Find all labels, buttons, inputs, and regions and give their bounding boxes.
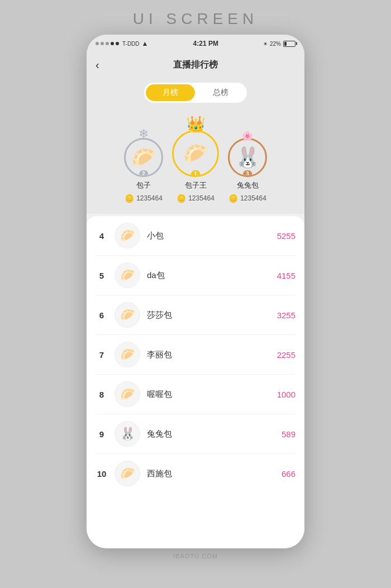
phone-frame: T-DDD ▲ 4:21 PM ✴ 22% ‹ 直播排行榜 月榜 总榜 ❄ xyxy=(87,35,304,548)
list-rank-6: 6 xyxy=(96,310,108,320)
podium-rank2-score: 🪙 1235464 xyxy=(125,194,163,203)
list-rank-9: 9 xyxy=(96,429,108,439)
podium-rank2-avatar-wrap: ❄ 🥟 2 xyxy=(124,127,163,177)
podium-rank2-name: 包子 xyxy=(136,180,151,190)
battery-icon xyxy=(283,41,295,47)
status-right: ✴ 22% xyxy=(263,41,295,47)
list-name-6: 莎莎包 xyxy=(147,310,270,321)
tab-total[interactable]: 总榜 xyxy=(196,84,245,101)
list-rank-7: 7 xyxy=(96,350,108,360)
coin-icon-rank1: 🪙 xyxy=(177,194,186,203)
podium-rank1-name: 包子王 xyxy=(185,180,207,190)
signal-dot-2 xyxy=(101,42,104,45)
avatar-rank3: 🐰 3 xyxy=(228,138,267,177)
list-name-9: 兔兔包 xyxy=(147,429,275,439)
nav-title: 直播排行榜 xyxy=(173,59,218,71)
carrier-label: T-DDD xyxy=(122,41,140,47)
podium-rank3-score-value: 1235464 xyxy=(240,194,266,202)
list-name-5: da包 xyxy=(147,270,270,281)
list-item-7[interactable]: 7 🥟 李丽包 2255 xyxy=(96,335,295,375)
wifi-icon: ▲ xyxy=(142,40,149,47)
list-avatar-7: 🥟 xyxy=(115,342,140,367)
list-section: 4 🥟 小包 5255 5 🥟 da包 4155 6 🥟 莎莎包 3255 7 … xyxy=(87,216,304,548)
back-button[interactable]: ‹ xyxy=(96,59,99,71)
battery-fill xyxy=(284,42,287,46)
status-bar: T-DDD ▲ 4:21 PM ✴ 22% xyxy=(87,35,304,52)
rank3-badge: 3 xyxy=(243,170,252,177)
tab-monthly[interactable]: 月榜 xyxy=(146,84,195,101)
rank1-badge: 1 xyxy=(191,170,200,177)
list-name-4: 小包 xyxy=(147,231,270,241)
list-name-7: 李丽包 xyxy=(147,350,270,360)
podium-rank1: 👑 🥟 1 包子王 🪙 1235464 xyxy=(172,115,219,203)
list-rank-4: 4 xyxy=(96,231,108,241)
podium-rank3-score: 🪙 1235464 xyxy=(228,194,266,203)
signal-dot-3 xyxy=(106,42,109,45)
podium-rank2-score-value: 1235464 xyxy=(136,194,163,202)
list-avatar-10: 🥟 xyxy=(115,461,140,486)
podium-rank2: ❄ 🥟 2 包子 🪙 1235464 xyxy=(124,127,163,203)
crown-rank3: 🌸 xyxy=(242,131,253,141)
list-item-10[interactable]: 10 🥟 西施包 666 xyxy=(96,454,295,493)
status-time: 4:21 PM xyxy=(193,40,218,47)
list-score-4: 5255 xyxy=(277,231,295,241)
list-name-8: 喔喔包 xyxy=(147,389,270,400)
list-item-9[interactable]: 9 🐰 兔兔包 589 xyxy=(96,414,295,454)
podium-rank1-score: 🪙 1235464 xyxy=(177,194,214,203)
coin-icon-rank3: 🪙 xyxy=(228,194,238,203)
list-rank-10: 10 xyxy=(96,469,108,479)
list-avatar-6: 🥟 xyxy=(115,302,140,328)
list-score-9: 589 xyxy=(282,429,295,439)
signal-dot-1 xyxy=(96,42,99,45)
nav-bar: ‹ 直播排行榜 xyxy=(87,52,304,77)
list-avatar-9: 🐰 xyxy=(115,421,140,447)
list-rank-8: 8 xyxy=(96,390,108,399)
signal-dot-5 xyxy=(116,42,119,45)
bottom-label: IBAOTU.COM xyxy=(173,553,218,560)
list-score-6: 3255 xyxy=(277,310,295,320)
page-outer-title: UI SCREEN xyxy=(133,10,258,28)
list-avatar-4: 🥟 xyxy=(115,223,140,248)
podium-rank3-avatar-wrap: 🌸 🐰 3 xyxy=(228,131,267,177)
status-signal-dots xyxy=(96,42,119,45)
status-left: T-DDD ▲ xyxy=(96,40,148,47)
list-score-7: 2255 xyxy=(277,350,295,360)
podium-rank3-name: 兔兔包 xyxy=(237,180,259,190)
list-avatar-8: 🥟 xyxy=(115,381,140,407)
avatar-rank2: 🥟 2 xyxy=(124,138,163,177)
list-avatar-5: 🥟 xyxy=(115,262,140,288)
podium-rank1-avatar-wrap: 👑 🥟 1 xyxy=(172,115,219,177)
podium-rank1-score-value: 1235464 xyxy=(188,194,214,202)
crown-rank2: ❄ xyxy=(139,127,149,141)
list-item-4[interactable]: 4 🥟 小包 5255 xyxy=(96,216,295,256)
podium-rank3: 🌸 🐰 3 兔兔包 🪙 1235464 xyxy=(228,131,267,203)
coin-icon-rank2: 🪙 xyxy=(125,194,134,203)
avatar-rank1: 🥟 1 xyxy=(172,130,219,177)
list-name-10: 西施包 xyxy=(147,469,275,479)
list-item-8[interactable]: 8 🥟 喔喔包 1000 xyxy=(96,375,295,414)
tab-bar: 月榜 总榜 xyxy=(87,77,304,109)
bluetooth-icon: ✴ xyxy=(263,41,268,47)
tab-container: 月榜 总榜 xyxy=(144,83,247,103)
list-score-5: 4155 xyxy=(277,271,295,280)
podium-section: ❄ 🥟 2 包子 🪙 1235464 👑 🥟 1 包子王 xyxy=(87,109,304,214)
list-rank-5: 5 xyxy=(96,271,108,280)
battery-percent: 22% xyxy=(270,41,281,47)
list-score-8: 1000 xyxy=(277,390,295,399)
list-item-5[interactable]: 5 🥟 da包 4155 xyxy=(96,256,295,295)
list-score-10: 666 xyxy=(282,469,295,479)
signal-dot-4 xyxy=(111,42,114,45)
rank2-badge: 2 xyxy=(139,170,148,177)
list-item-6[interactable]: 6 🥟 莎莎包 3255 xyxy=(96,295,295,335)
crown-rank1: 👑 xyxy=(186,115,206,133)
